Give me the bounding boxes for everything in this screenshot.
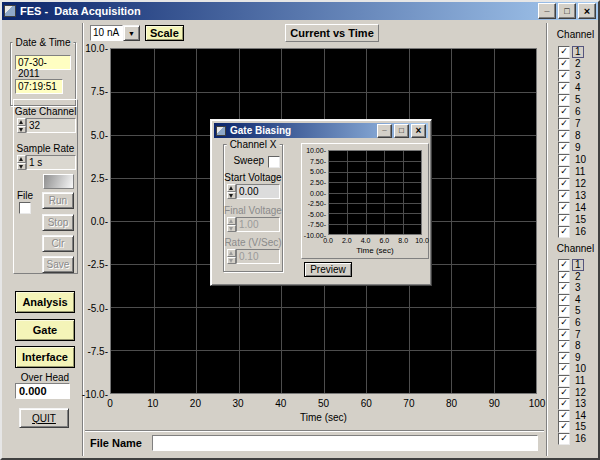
channel-checkbox[interactable]: ✓ [558,433,570,445]
channel-checkbox[interactable]: ✓ [558,202,570,214]
channel-checkbox[interactable]: ✓ [558,46,570,58]
spinner-down-icon[interactable] [17,163,26,171]
spinner-down-icon[interactable] [17,126,26,134]
divider [546,23,548,456]
quit-button[interactable]: QUIT [19,408,69,428]
scale-dropdown-value[interactable]: 10 nA [90,25,123,41]
start-voltage-field[interactable]: 0.00 [236,184,280,199]
file-checkbox[interactable] [19,202,31,214]
channel-checkbox[interactable]: ✓ [558,106,570,118]
gate-button[interactable]: Gate [15,319,75,341]
scale-button[interactable]: Scale [145,25,184,41]
spinner-down-icon[interactable] [227,192,236,200]
channel-checkbox[interactable]: ✓ [558,178,570,190]
channel-checkbox[interactable]: ✓ [558,317,570,329]
gridline [329,203,421,204]
start-voltage-spinner[interactable]: 0.00 [227,184,280,199]
channel-checkbox[interactable]: ✓ [558,352,570,364]
led-indicator[interactable] [43,174,74,189]
minimize-button[interactable]: _ [538,3,556,19]
preview-chart-x-label: Time (sec) [328,246,422,255]
sweep-checkbox[interactable] [268,156,280,168]
channel-checkbox[interactable]: ✓ [558,305,570,317]
channel-checkbox[interactable]: ✓ [558,410,570,422]
spinner-down-icon[interactable] [227,257,236,265]
date-field[interactable]: 07-30-2011 [15,55,71,70]
rate-field[interactable]: 0.10 [236,249,280,264]
channel-checkbox[interactable]: ✓ [558,387,570,399]
maximize-button[interactable]: □ [558,3,576,19]
close-button[interactable]: × [578,3,596,19]
channel-checkbox[interactable]: ✓ [558,82,570,94]
gridline [403,151,404,234]
channel-group-bottom: Channel ✓1✓2✓3✓4✓5✓6✓7✓8✓9✓10✓11✓12✓13✓1… [551,243,600,455]
channel-number: 4 [575,294,581,305]
channel-checkbox[interactable]: ✓ [558,142,570,154]
channel-row: ✓16 [551,433,600,444]
channel-checkbox[interactable]: ✓ [558,118,570,130]
x-tick-label: 50 [318,398,329,409]
channel-number: 10 [575,154,586,165]
final-voltage-field[interactable]: 1.00 [236,217,280,232]
final-voltage-spinner[interactable]: 1.00 [227,217,280,232]
spinner-up-icon[interactable] [227,217,236,225]
spinner-up-icon[interactable] [17,155,26,163]
channel-number: 15 [575,214,586,225]
channel-number: 10 [575,363,586,374]
clear-button[interactable]: Clr [42,235,74,252]
sample-rate-field[interactable]: 1 s [26,155,76,170]
interface-button[interactable]: Interface [15,346,75,368]
channel-checkbox[interactable]: ✓ [558,398,570,410]
channel-checkbox[interactable]: ✓ [558,166,570,178]
run-button[interactable]: Run [42,192,74,209]
channel-checkbox[interactable]: ✓ [558,271,570,283]
channel-checkbox[interactable]: ✓ [558,340,570,352]
dialog-maximize-button[interactable]: □ [394,124,409,138]
dialog-close-button[interactable]: × [411,124,426,138]
overhead-field[interactable]: 0.000 [15,383,70,399]
dialog-titlebar[interactable]: Gate Biasing _ □ × [214,123,428,138]
divider [85,430,544,432]
rate-spinner[interactable]: 0.10 [227,249,280,264]
spinner-up-icon[interactable] [17,118,26,126]
channel-checkbox[interactable]: ✓ [558,154,570,166]
preview-button[interactable]: Preview [304,262,352,277]
spinner-down-icon[interactable] [227,225,236,233]
channel-checkbox[interactable]: ✓ [558,70,570,82]
sample-rate-spinner[interactable]: 1 s [17,155,76,170]
channel-checkbox[interactable]: ✓ [558,226,570,238]
channel-checkbox[interactable]: ✓ [558,363,570,375]
x-tick-label: 30 [233,398,244,409]
channel-checkbox[interactable]: ✓ [558,294,570,306]
gate-channel-spinner[interactable]: 32 [17,118,76,133]
time-field[interactable]: 07:19:51 [15,79,63,94]
stop-button[interactable]: Stop [42,214,74,231]
spinner-up-icon[interactable] [227,249,236,257]
channel-checkbox[interactable]: ✓ [558,259,570,271]
channel-checkbox[interactable]: ✓ [558,282,570,294]
channel-checkbox[interactable]: ✓ [558,214,570,226]
chevron-down-icon[interactable]: ▼ [123,25,140,41]
channel-checkbox[interactable]: ✓ [558,190,570,202]
titlebar[interactable]: FES - Data Acquisition _ □ × [2,2,598,20]
channel-checkbox[interactable]: ✓ [558,421,570,433]
channel-checkbox[interactable]: ✓ [558,329,570,341]
channel-checkbox[interactable]: ✓ [558,94,570,106]
file-label: File [17,190,33,201]
spinner-up-icon[interactable] [227,184,236,192]
channel-checkbox[interactable]: ✓ [558,130,570,142]
analysis-button[interactable]: Analysis [15,291,75,313]
scale-dropdown[interactable]: 10 nA ▼ [90,25,140,41]
channel-row: ✓2 [551,271,600,282]
file-name-field[interactable] [152,435,538,451]
dialog-minimize-button[interactable]: _ [377,124,392,138]
channel-checkbox[interactable]: ✓ [558,58,570,70]
file-name-label: File Name [90,437,142,449]
gate-channel-field[interactable]: 32 [26,118,76,133]
channel-number: 3 [575,70,581,81]
channel-row: ✓13 [551,190,600,201]
save-button[interactable]: Save [42,256,74,273]
channel-number: 8 [575,130,581,141]
x-tick-label: 6.0 [380,237,390,244]
channel-checkbox[interactable]: ✓ [558,375,570,387]
